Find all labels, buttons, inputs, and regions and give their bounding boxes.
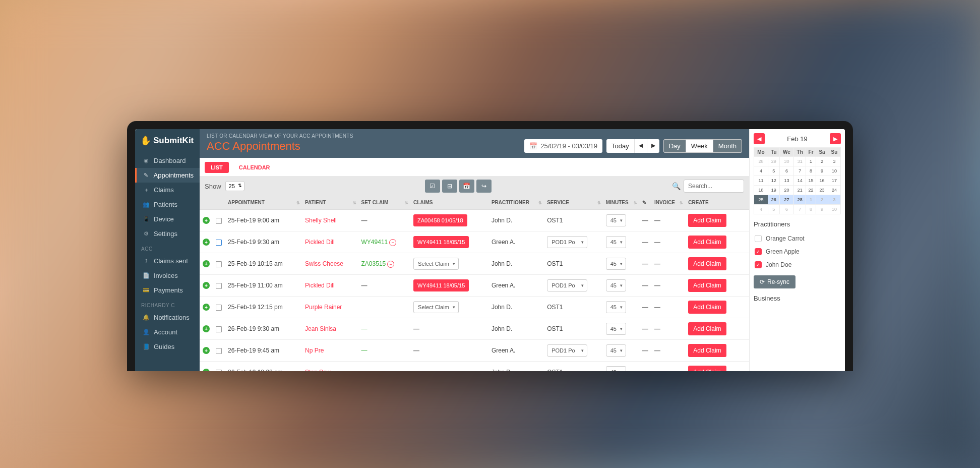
mini-cal-day[interactable]: 19 <box>768 186 779 195</box>
mini-cal-day[interactable]: 10 <box>828 205 841 214</box>
practitioner-checkbox[interactable]: ✓ <box>755 248 762 255</box>
mini-cal-day[interactable]: 29 <box>768 157 779 166</box>
mini-cal-day[interactable]: 4 <box>754 205 768 214</box>
mini-cal-next[interactable]: ▶ <box>830 133 841 144</box>
mini-cal-day[interactable]: 17 <box>828 176 841 186</box>
expand-row-icon[interactable]: + <box>203 239 210 246</box>
expand-row-icon[interactable]: + <box>203 369 210 371</box>
row-checkbox[interactable] <box>216 370 222 371</box>
patient-link[interactable]: Np Pre <box>305 347 324 354</box>
patient-link[interactable]: Swiss Cheese <box>305 260 343 267</box>
mini-cal-day[interactable]: 20 <box>779 186 794 195</box>
row-checkbox[interactable] <box>216 348 222 354</box>
expand-row-icon[interactable]: + <box>203 217 210 224</box>
nav-item-claims[interactable]: ＋Claims <box>135 183 200 197</box>
set-claim-code[interactable]: — <box>361 325 368 332</box>
mini-cal-day[interactable]: 16 <box>816 176 828 186</box>
mini-cal-day[interactable]: 24 <box>828 186 841 195</box>
mini-cal-day[interactable]: 11 <box>754 176 768 186</box>
mini-cal-day[interactable]: 30 <box>779 157 794 166</box>
page-size-select[interactable]: 25 <box>225 181 244 191</box>
practitioner-row[interactable]: Orange Carrot <box>754 232 841 245</box>
select-all-button[interactable]: ☑ <box>425 180 440 193</box>
set-claim-code[interactable]: ZA03515 <box>361 260 386 267</box>
set-claim-code[interactable]: — <box>361 369 368 371</box>
expand-row-icon[interactable]: + <box>203 282 210 289</box>
view-month-button[interactable]: Month <box>713 140 742 152</box>
logo[interactable]: ✋ SubmitKit <box>135 129 200 153</box>
patient-link[interactable]: Purple Rainer <box>305 304 342 311</box>
mini-cal-day[interactable]: 23 <box>816 186 828 195</box>
service-select[interactable]: POD1 Po <box>547 236 587 248</box>
set-claim-code[interactable]: WY49411 <box>361 239 388 246</box>
row-checkbox[interactable] <box>216 283 222 289</box>
mini-cal-day[interactable]: 22 <box>806 186 816 195</box>
patient-link[interactable]: Pickled Dill <box>305 282 335 289</box>
search-icon[interactable]: 🔍 <box>672 182 681 190</box>
mini-cal-day[interactable]: 7 <box>794 205 806 214</box>
mini-cal-day[interactable]: 2 <box>816 195 828 205</box>
patient-link[interactable]: Sten Saw <box>305 369 331 371</box>
add-claim-button[interactable]: Add Claim <box>688 322 726 335</box>
claim-badge[interactable]: WY49411 18/05/15 <box>413 236 469 248</box>
patient-link[interactable]: Jean Sinisa <box>305 325 336 332</box>
search-input[interactable] <box>684 180 744 193</box>
mini-cal-day[interactable]: 4 <box>754 166 768 176</box>
mini-cal-day[interactable]: 21 <box>794 186 806 195</box>
claim-select[interactable]: Select Claim <box>413 258 459 270</box>
calendar-tool-button[interactable]: 📅 <box>459 180 474 193</box>
add-claim-button[interactable]: Add Claim <box>688 301 726 314</box>
nav-user-item-notifications[interactable]: 🔔Notifications <box>135 310 200 325</box>
claim-select[interactable]: Select Claim <box>413 301 459 313</box>
add-claim-button[interactable]: Add Claim <box>688 236 726 249</box>
mini-cal-day[interactable]: 3 <box>828 195 841 205</box>
patient-link[interactable]: Shelly Shell <box>305 217 337 224</box>
minutes-select[interactable]: 45 <box>606 279 626 291</box>
nav-user-item-guides[interactable]: 📘Guides <box>135 339 200 354</box>
nav-item-appointments[interactable]: ✎Appointments <box>135 168 200 183</box>
mini-cal-day[interactable]: 8 <box>806 205 816 214</box>
claim-badge[interactable]: ZA00458 01/05/18 <box>413 214 467 226</box>
deselect-button[interactable]: ⊟ <box>442 180 457 193</box>
mini-cal-day[interactable]: 28 <box>794 195 806 205</box>
view-day-button[interactable]: Day <box>664 140 686 152</box>
minutes-select[interactable]: 45 <box>606 301 626 313</box>
service-select[interactable]: POD1 Po <box>547 279 587 291</box>
mini-cal-prev[interactable]: ◀ <box>754 133 765 144</box>
practitioner-row[interactable]: ✓ Green Apple <box>754 245 841 258</box>
add-claim-button[interactable]: Add Claim <box>688 344 726 357</box>
expand-row-icon[interactable]: + <box>203 325 210 332</box>
claim-badge[interactable]: WY49411 18/05/15 <box>413 279 469 291</box>
mini-cal-day[interactable]: 14 <box>794 176 806 186</box>
add-claim-button[interactable]: Add Claim <box>688 279 726 292</box>
service-select[interactable]: POD1 Po <box>547 344 587 357</box>
resync-button[interactable]: ⟳ Re-sync <box>754 275 795 288</box>
tab-list[interactable]: LIST <box>205 162 229 173</box>
export-button[interactable]: ↪ <box>476 180 492 193</box>
mini-cal-day[interactable]: 6 <box>779 166 794 176</box>
add-claim-button[interactable]: Add Claim <box>688 257 726 270</box>
practitioner-checkbox[interactable] <box>755 235 762 242</box>
mini-cal-day[interactable]: 5 <box>768 166 779 176</box>
patient-link[interactable]: Pickled Dill <box>305 239 335 246</box>
mini-cal-day[interactable]: 12 <box>768 176 779 186</box>
nav-acc-item-payments[interactable]: 💳Payments <box>135 283 200 298</box>
mini-cal-day[interactable]: 28 <box>754 157 768 166</box>
mini-cal-day[interactable]: 2 <box>816 157 828 166</box>
mini-cal-day[interactable]: 3 <box>828 157 841 166</box>
nav-acc-item-invoices[interactable]: 📄Invoices <box>135 268 200 283</box>
minutes-select[interactable]: 45 <box>606 236 626 248</box>
tab-calendar[interactable]: CALENDAR <box>233 162 276 173</box>
mini-cal-day[interactable]: 1 <box>806 157 816 166</box>
nav-item-settings[interactable]: ⚙Settings <box>135 226 200 241</box>
expand-row-icon[interactable]: + <box>203 304 210 311</box>
nav-acc-item-claims-sent[interactable]: ⤴Claims sent <box>135 254 200 268</box>
row-checkbox[interactable] <box>216 218 222 224</box>
prev-period-button[interactable]: ◀ <box>634 139 647 153</box>
mini-cal-day[interactable]: 25 <box>754 195 768 205</box>
row-checkbox[interactable] <box>216 240 222 246</box>
expand-row-icon[interactable]: + <box>203 347 210 354</box>
view-week-button[interactable]: Week <box>686 140 713 152</box>
minutes-select[interactable]: 45 <box>606 258 626 270</box>
practitioner-row[interactable]: ✓ John Doe <box>754 258 841 271</box>
